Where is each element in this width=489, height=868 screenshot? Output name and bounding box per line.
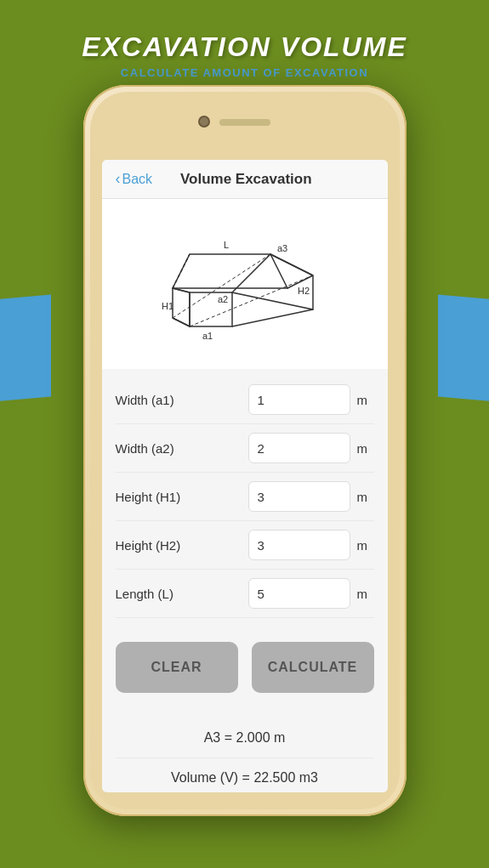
svg-marker-8 — [173, 288, 190, 326]
phone-inner: ‹ Back Volume Excavation — [90, 92, 400, 809]
phone-speaker — [219, 119, 270, 126]
label-width-a1: Width (a1) — [116, 393, 248, 407]
buttons-area: CLEAR CALCULATE — [102, 625, 388, 710]
phone-mockup: ‹ Back Volume Excavation — [83, 85, 407, 816]
clear-button[interactable]: CLEAR — [116, 642, 238, 693]
form-area: Width (a1) m Width (a2) m Height (H1) m … — [102, 369, 388, 625]
form-row-a2: Width (a2) m — [116, 424, 374, 473]
calculate-button[interactable]: CALCULATE — [252, 642, 374, 693]
label-length: Length (L) — [116, 587, 248, 601]
diagram-area: a1 a2 a3 H1 H2 L — [102, 199, 388, 369]
back-chevron-icon: ‹ — [116, 170, 121, 188]
svg-marker-1 — [173, 254, 287, 288]
nav-bar: ‹ Back Volume Excavation — [102, 160, 388, 199]
svg-text:a3: a3 — [277, 243, 287, 253]
form-row-h2: Height (H2) m — [116, 521, 374, 570]
svg-line-7 — [270, 254, 313, 275]
form-row-a1: Width (a1) m — [116, 376, 374, 424]
svg-text:a1: a1 — [202, 331, 213, 341]
form-row-h1: Height (H1) m — [116, 473, 374, 521]
input-width-a2[interactable] — [248, 433, 350, 463]
form-row-length: Length (L) m — [116, 570, 374, 618]
result-a3: A3 = 2.000 m — [116, 718, 374, 758]
svg-line-11 — [173, 254, 270, 318]
unit-a2: m — [357, 441, 374, 456]
label-height-h1: Height (H1) — [116, 490, 248, 504]
unit-a1: m — [357, 393, 374, 407]
app-title: EXCAVATION VOLUME — [82, 31, 407, 63]
label-height-h2: Height (H2) — [116, 538, 248, 553]
svg-text:H2: H2 — [298, 286, 310, 296]
app-subtitle: CALCULATE AMOUNT OF EXCAVATION — [121, 66, 368, 79]
input-height-h2[interactable] — [248, 530, 350, 560]
input-height-h1[interactable] — [248, 481, 350, 512]
input-width-a1[interactable] — [248, 384, 350, 415]
decorative-banner-right — [438, 295, 489, 403]
svg-text:L: L — [224, 240, 229, 250]
svg-text:H1: H1 — [162, 301, 173, 311]
svg-text:a2: a2 — [218, 294, 228, 304]
label-width-a2: Width (a2) — [116, 441, 248, 456]
decorative-banner-left — [0, 295, 51, 403]
result-volume: Volume (V) = 22.500 m3 — [116, 758, 374, 792]
excavation-diagram: a1 a2 a3 H1 H2 L — [143, 207, 347, 360]
results-area: A3 = 2.000 m Volume (V) = 22.500 m3 — [102, 710, 388, 792]
svg-line-5 — [232, 309, 313, 326]
unit-h2: m — [357, 538, 374, 553]
input-length[interactable] — [248, 578, 350, 609]
nav-title: Volume Excavation — [152, 171, 339, 188]
phone-camera — [198, 116, 210, 128]
unit-length: m — [357, 587, 374, 601]
back-button[interactable]: ‹ Back — [116, 170, 153, 188]
svg-line-10 — [190, 275, 313, 326]
phone-screen: ‹ Back Volume Excavation — [102, 160, 388, 792]
back-label: Back — [122, 172, 153, 187]
unit-h1: m — [357, 490, 374, 504]
